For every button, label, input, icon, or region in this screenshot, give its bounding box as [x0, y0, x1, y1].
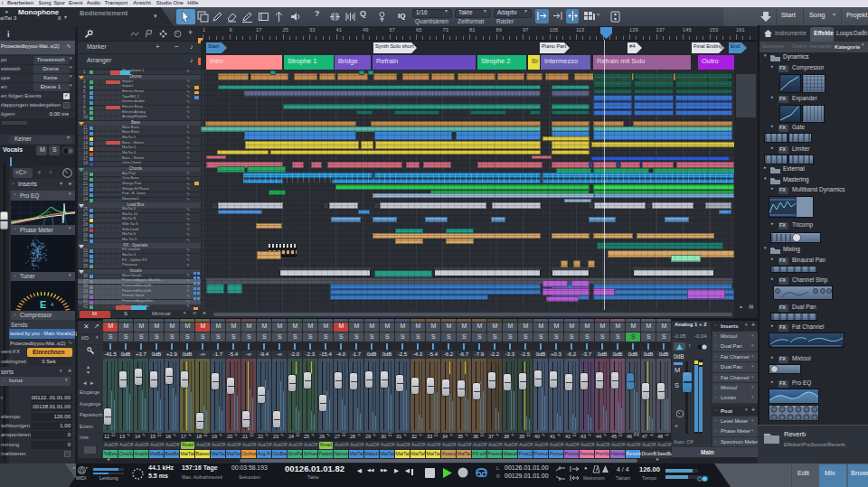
svg-text:E: E: [40, 299, 46, 310]
